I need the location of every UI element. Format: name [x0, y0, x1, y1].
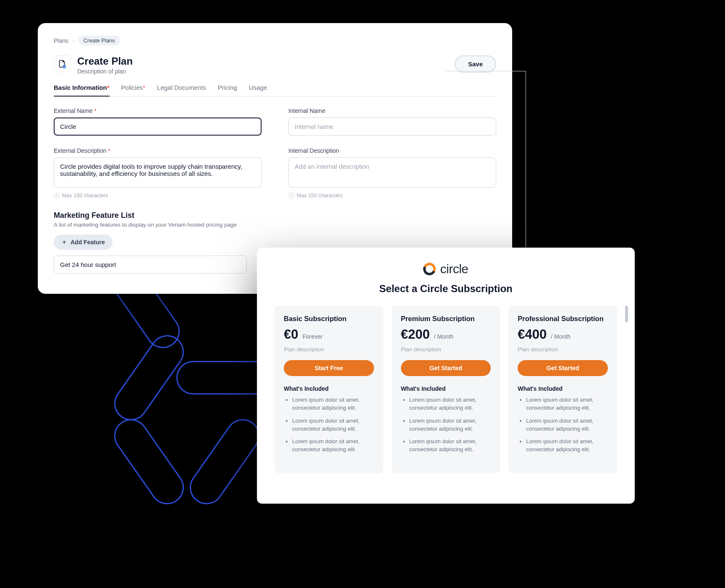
feature-item: Lorem ipsum dolor sit amet, consectetur …	[526, 396, 608, 412]
info-icon: i	[288, 193, 294, 199]
plan-cta-button[interactable]: Get Started	[401, 360, 491, 376]
internal-description-label: Internal Description	[288, 147, 496, 154]
feature-list: Lorem ipsum dolor sit amet, consectetur …	[401, 396, 491, 454]
decorative-capsule	[183, 413, 266, 511]
feature-list: Lorem ipsum dolor sit amet, consectetur …	[518, 396, 608, 454]
page-subtitle: Description of plan	[77, 68, 133, 75]
plan-description: Plan description	[284, 346, 374, 353]
internal-description-input[interactable]	[288, 157, 496, 188]
breadcrumb-root[interactable]: Plans	[54, 37, 68, 44]
feature-item: Lorem ipsum dolor sit amet, consectetur …	[526, 417, 608, 433]
internal-name-field: Internal Name	[288, 107, 496, 136]
connector-line	[446, 71, 526, 71]
plan-price: €400	[518, 327, 547, 342]
chevron-right-icon: ›	[73, 38, 74, 43]
plan-price: €200	[401, 327, 430, 342]
included-heading: What's Included	[284, 385, 374, 392]
feature-item: Lorem ipsum dolor sit amet, consectetur …	[292, 396, 374, 412]
circle-logo-icon	[421, 261, 437, 277]
plan-description: Plan description	[401, 346, 491, 353]
included-heading: What's Included	[401, 385, 491, 392]
plan-price: €0	[284, 327, 298, 342]
plan-description: Plan description	[518, 346, 608, 353]
internal-description-hint: iMax 150 characters	[288, 193, 496, 199]
external-description-input[interactable]: Circle provides digital tools to improve…	[54, 157, 262, 188]
plan-cta-button[interactable]: Start Free	[284, 360, 374, 376]
feature-item: Lorem ipsum dolor sit amet, consectetur …	[292, 417, 374, 433]
add-feature-button[interactable]: ＋ Add Feature	[54, 235, 113, 250]
brand-name: circle	[440, 262, 468, 276]
marketing-section-title: Marketing Feature List	[54, 211, 496, 220]
page-title: Create Plan	[77, 55, 133, 67]
scrollbar-thumb[interactable]	[625, 306, 628, 322]
internal-description-field: Internal Description iMax 150 characters	[288, 147, 496, 199]
tab-pricing[interactable]: Pricing	[218, 84, 237, 96]
plan-name: Professional Subscription	[518, 315, 608, 323]
plan-period: / Month	[434, 333, 454, 340]
tab-policies[interactable]: Policies*	[121, 84, 146, 96]
feature-row[interactable]: Get 24 hour support	[54, 256, 247, 274]
tab-basic-information[interactable]: Basic Information*	[54, 84, 110, 96]
connector-line	[526, 71, 526, 247]
brand-row: circle	[275, 262, 617, 276]
document-plus-icon	[54, 55, 71, 72]
external-name-input[interactable]	[54, 118, 262, 136]
plan-cta-button[interactable]: Get Started	[518, 360, 608, 376]
included-heading: What's Included	[518, 385, 608, 392]
decorative-capsule	[107, 413, 190, 511]
plan-period: / Month	[551, 333, 571, 340]
plus-icon: ＋	[61, 238, 67, 246]
internal-name-input[interactable]	[288, 118, 496, 136]
internal-name-label: Internal Name	[288, 107, 496, 114]
plans-row: Basic Subscription €0 Forever Plan descr…	[275, 306, 617, 473]
external-description-label: External Description *	[54, 147, 262, 154]
plan-card-premium: Premium Subscription €200 / Month Plan d…	[392, 306, 500, 473]
add-feature-label: Add Feature	[71, 239, 105, 246]
marketing-section-subtitle: A list of marketing features to display …	[54, 222, 496, 228]
tabs: Basic Information* Policies* Legal Docum…	[54, 84, 496, 97]
feature-item: Lorem ipsum dolor sit amet, consectetur …	[409, 396, 491, 412]
save-button[interactable]: Save	[455, 55, 496, 73]
info-icon: i	[54, 193, 60, 199]
external-name-label: External Name *	[54, 107, 262, 114]
feature-item: Lorem ipsum dolor sit amet, consectetur …	[292, 438, 374, 454]
feature-list: Lorem ipsum dolor sit amet, consectetur …	[284, 396, 374, 454]
tab-usage[interactable]: Usage	[249, 84, 267, 96]
tab-legal-documents[interactable]: Legal Documents	[157, 84, 206, 96]
external-name-field: External Name *	[54, 107, 262, 136]
plan-card-basic: Basic Subscription €0 Forever Plan descr…	[275, 306, 383, 473]
pricing-preview-panel: circle Select a Circle Subscription Basi…	[257, 248, 635, 504]
plan-name: Basic Subscription	[284, 315, 374, 323]
plan-period: Forever	[302, 333, 322, 340]
pricing-page-title: Select a Circle Subscription	[275, 283, 617, 295]
external-description-field: External Description * Circle provides d…	[54, 147, 262, 199]
feature-item: Lorem ipsum dolor sit amet, consectetur …	[409, 438, 491, 454]
plan-card-professional: Professional Subscription €400 / Month P…	[508, 306, 617, 473]
feature-item: Lorem ipsum dolor sit amet, consectetur …	[409, 417, 491, 433]
external-description-hint: iMax 150 characters	[54, 193, 262, 199]
feature-item: Lorem ipsum dolor sit amet, consectetur …	[526, 438, 608, 454]
breadcrumb: Plans › Create Plans	[54, 36, 496, 45]
plan-name: Premium Subscription	[401, 315, 491, 323]
breadcrumb-current: Create Plans	[79, 36, 120, 45]
